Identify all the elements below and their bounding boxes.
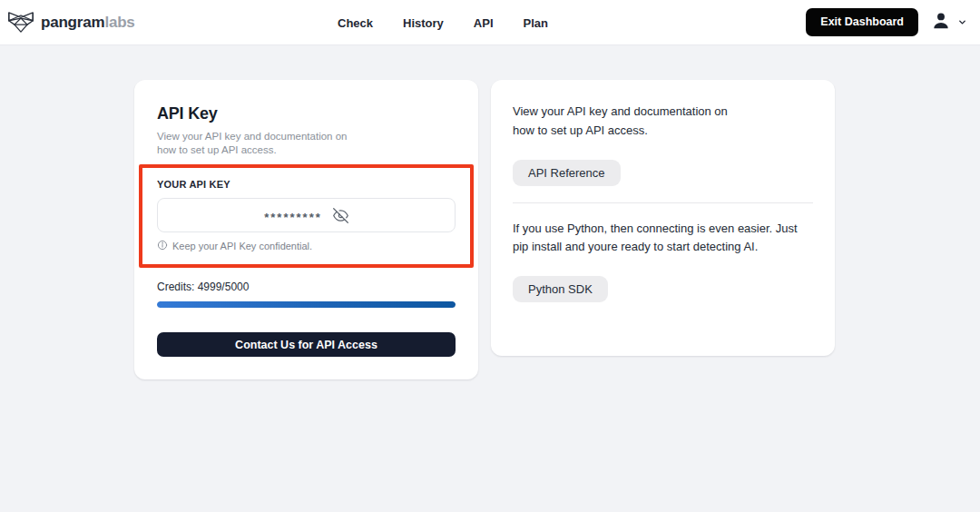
api-key-field-label: YOUR API KEY (157, 179, 456, 190)
api-key-input[interactable]: ********* (157, 198, 456, 232)
api-reference-button[interactable]: API Reference (513, 160, 621, 186)
nav-item-history[interactable]: History (403, 16, 444, 30)
fox-logo-icon (7, 10, 34, 34)
exit-dashboard-button[interactable]: Exit Dashboard (806, 8, 918, 36)
credits-label: Credits: 4999/5000 (157, 281, 456, 293)
confidential-note: Keep your API Key confidential. (157, 240, 456, 252)
api-key-card-title: API Key (157, 104, 456, 123)
python-sdk-button[interactable]: Python SDK (513, 276, 608, 302)
credits-progress-fill (157, 301, 456, 308)
nav-item-plan[interactable]: Plan (524, 16, 548, 30)
brand-logo[interactable]: pangramlabs (7, 10, 135, 34)
chevron-down-icon[interactable] (957, 15, 967, 31)
confidential-note-text: Keep your API Key confidential. (172, 241, 312, 251)
docs-card-divider (513, 202, 813, 203)
red-annotation-highlight: YOUR API KEY ********* (139, 164, 474, 268)
brand-name: pangramlabs (41, 14, 135, 32)
masked-api-key-value: ********* (264, 211, 322, 224)
header-actions: Exit Dashboard (806, 8, 967, 36)
top-navbar: pangramlabs Check History API Plan Exit … (0, 0, 980, 45)
contact-us-button[interactable]: Contact Us for API Access (157, 332, 456, 357)
python-info-text: If you use Python, then connecting is ev… (513, 220, 810, 258)
dashboard-content: API Key View your API key and documentat… (0, 45, 980, 512)
docs-card: View your API key and documentation on h… (491, 80, 835, 356)
user-avatar-icon[interactable] (931, 11, 951, 34)
credits-progress-bar (157, 301, 456, 308)
nav-item-api[interactable]: API (474, 16, 494, 30)
main-nav: Check History API Plan (338, 0, 548, 45)
eye-off-icon[interactable] (333, 208, 348, 223)
nav-item-check[interactable]: Check (338, 16, 373, 30)
api-key-card: API Key View your API key and documentat… (134, 80, 478, 379)
info-icon (157, 240, 168, 252)
api-key-card-description: View your API key and documentation on h… (157, 130, 352, 157)
docs-intro-text: View your API key and documentation on h… (513, 103, 740, 141)
user-menu[interactable] (931, 11, 967, 34)
